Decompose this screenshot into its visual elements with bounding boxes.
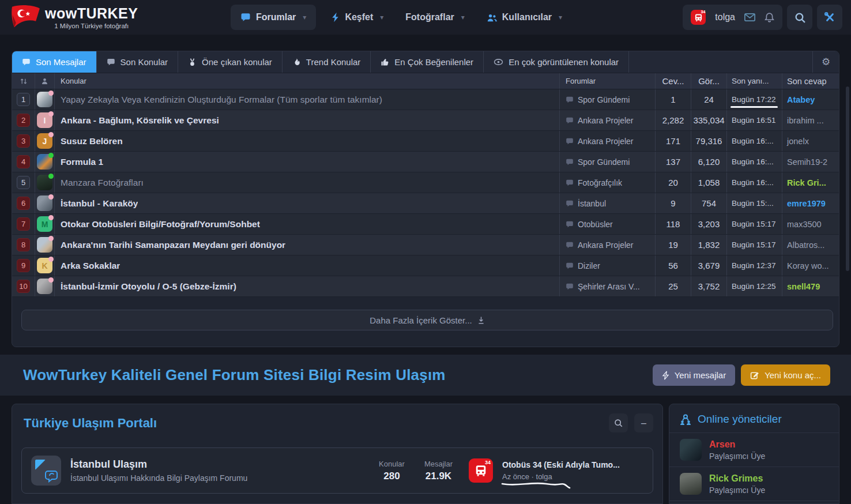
- new-messages-button[interactable]: Yeni mesajlar: [653, 364, 736, 386]
- tools-button[interactable]: [817, 5, 842, 30]
- table-row[interactable]: 10 İstanbul-İzmir Otoyolu / O-5 (Gebze-İ…: [12, 276, 839, 297]
- admin-avatar[interactable]: [680, 473, 702, 495]
- forum-link[interactable]: İstanbul: [578, 199, 606, 208]
- last-reply-user[interactable]: Semih19-2: [787, 157, 827, 167]
- last-reply-user[interactable]: max3500: [787, 220, 822, 229]
- portal-collapse-button[interactable]: –: [634, 413, 653, 432]
- table-row[interactable]: 2 I Ankara - Bağlum, Kösrelik ve Çevresi…: [12, 110, 839, 131]
- topic-title[interactable]: Susuz Belören: [61, 136, 123, 146]
- nav-fotograflar[interactable]: Fotoğraflar ▾: [398, 5, 471, 30]
- admin-avatar[interactable]: [680, 439, 702, 461]
- topic-title[interactable]: Arka Sokaklar: [61, 261, 120, 271]
- medal-icon: [188, 58, 197, 67]
- tab-son-mesajlar[interactable]: Son Mesajlar: [12, 51, 97, 73]
- last-reply-user[interactable]: Rick Gri...: [787, 178, 826, 187]
- site-logo[interactable]: wowTURKEY 1 Milyon Türkiye fotoğrafı: [8, 4, 138, 31]
- admin-name[interactable]: Rick Grimes: [709, 473, 765, 484]
- header-son-yanit[interactable]: Son yanı...: [727, 73, 782, 89]
- site-headline: WowTurkey Kaliteli Genel Forum Sitesi Bi…: [23, 366, 446, 384]
- mail-icon[interactable]: [744, 13, 755, 22]
- table-row[interactable]: 1 Yapay Zekayla Veya Kendinizin Oluşturd…: [12, 89, 839, 110]
- settings-gear-icon[interactable]: ⚙: [812, 51, 839, 73]
- forum-link[interactable]: Diziler: [578, 261, 600, 270]
- load-more-button[interactable]: Daha Fazla İçerik Göster...: [21, 310, 833, 330]
- latest-content-panel: Son Mesajlar Son Konular Öne çıkan konul…: [12, 51, 839, 347]
- nav-kullanicilar[interactable]: Kullanıcılar ▾: [480, 5, 569, 30]
- forum-link[interactable]: Ankara Projeler: [578, 116, 634, 125]
- last-topic-meta[interactable]: Az önce · tolga: [502, 472, 643, 481]
- tab-one-cikan[interactable]: Öne çıkan konular: [178, 51, 283, 73]
- header-konular[interactable]: Konular: [55, 73, 560, 89]
- tab-label: Öne çıkan konular: [202, 57, 272, 67]
- last-reply-user[interactable]: emre1979: [787, 199, 826, 208]
- chevron-down-icon: ▾: [461, 13, 465, 21]
- header-son-cevap[interactable]: Son cevap: [782, 73, 839, 89]
- sort-column-header[interactable]: [12, 73, 35, 89]
- header-cevap[interactable]: Cev...: [656, 73, 691, 89]
- forum-link[interactable]: Spor Gündemi: [578, 95, 630, 104]
- stat-label: Mesajlar: [424, 460, 453, 468]
- topic-title[interactable]: Formula 1: [61, 157, 103, 167]
- forum-link[interactable]: Şehirler Arası V...: [578, 282, 640, 291]
- admin-row[interactable]: Rick Grimes Paylaşımcı Üye: [669, 467, 839, 501]
- forum-link[interactable]: Ankara Projeler: [578, 240, 634, 250]
- turkish-flag-icon: [8, 4, 42, 31]
- nav-kesfet[interactable]: Keşfet ▾: [324, 5, 390, 30]
- topic-title[interactable]: Ankara'nın Tarihi Samanpazarı Meydanı ge…: [61, 240, 285, 250]
- forum-tile-icon[interactable]: [31, 456, 61, 486]
- view-count: 1,832: [691, 235, 727, 255]
- table-row[interactable]: 6 İstanbul - Karaköy İstanbul 9 754 Bugü…: [12, 193, 839, 214]
- table-row[interactable]: 5 Manzara Fotoğrafları Fotoğrafçılık 20 …: [12, 172, 839, 193]
- hero-band: WowTurkey Kaliteli Genel Forum Sitesi Bi…: [0, 355, 851, 396]
- messages-stat: Mesajlar 21.9K: [424, 460, 453, 482]
- main-nav: Forumlar ▾ Keşfet ▾ Fotoğraflar ▾ Kullan…: [231, 5, 569, 30]
- page: wowTURKEY 1 Milyon Türkiye fotoğrafı For…: [0, 0, 851, 504]
- username[interactable]: tolga: [715, 12, 735, 22]
- forum-link[interactable]: Otobüsler: [578, 220, 613, 229]
- tab-goruntulenen[interactable]: En çok görüntülenen konular: [484, 51, 629, 73]
- last-reply-user[interactable]: snell479: [787, 282, 820, 291]
- last-reply-user[interactable]: jonelx: [787, 137, 809, 146]
- forum-link[interactable]: Spor Gündemi: [578, 157, 630, 167]
- table-row[interactable]: 7 M Otokar Otobüsleri Bilgi/Fotoğraf/Yor…: [12, 214, 839, 235]
- topic-title[interactable]: Otokar Otobüsleri Bilgi/Fotoğraf/Yorum/S…: [61, 219, 260, 230]
- forum-name[interactable]: İstanbul Ulaşım: [70, 458, 247, 471]
- topic-title[interactable]: İstanbul - Karaköy: [61, 198, 138, 209]
- presence-dot: [48, 277, 54, 283]
- table-row[interactable]: 8 Ankara'nın Tarihi Samanpazarı Meydanı …: [12, 235, 839, 255]
- user-chip[interactable]: 34 tolga: [683, 5, 782, 30]
- last-reply-user[interactable]: ibrahim ...: [787, 116, 824, 125]
- forum-card[interactable]: İstanbul Ulaşım İstanbul Ulaşımı Hakkınd…: [21, 447, 653, 494]
- new-topic-button[interactable]: Yeni konu aç...: [741, 364, 830, 386]
- forum-link[interactable]: Fotoğrafçılık: [578, 178, 622, 187]
- tab-son-konular[interactable]: Son Konular: [97, 51, 179, 73]
- forum-link[interactable]: Ankara Projeler: [578, 137, 634, 146]
- tab-trend[interactable]: Trend Konular: [283, 51, 371, 73]
- view-count: 754: [691, 193, 727, 213]
- scrollbar[interactable]: [846, 86, 849, 271]
- last-poster-avatar[interactable]: 34: [469, 458, 493, 483]
- last-reply-user[interactable]: Albatros...: [787, 240, 824, 250]
- tab-begenilenler[interactable]: En Çok Beğenilenler: [371, 51, 484, 73]
- table-row[interactable]: 4 Formula 1 Spor Gündemi 137 6,120 Bugün…: [12, 152, 839, 172]
- topic-title[interactable]: Manzara Fotoğrafları: [61, 178, 144, 188]
- header-goruntuleme[interactable]: Gör...: [691, 73, 727, 89]
- table-row[interactable]: 3 J Susuz Belören Ankara Projeler 171 79…: [12, 131, 839, 152]
- bolt-icon: [331, 12, 340, 22]
- nav-forumlar[interactable]: Forumlar ▾: [231, 5, 316, 30]
- last-reply-user[interactable]: Koray wo...: [787, 261, 829, 270]
- topic-title[interactable]: Yapay Zekayla Veya Kendinizin Oluşturduğ…: [61, 95, 382, 105]
- user-avatar[interactable]: 34: [691, 10, 706, 25]
- topic-title[interactable]: İstanbul-İzmir Otoyolu / O-5 (Gebze-İzmi…: [61, 281, 236, 292]
- last-reply-user[interactable]: Atabey: [787, 95, 815, 104]
- portal-search-button[interactable]: [609, 413, 628, 432]
- topic-title[interactable]: Ankara - Bağlum, Kösrelik ve Çevresi: [61, 115, 219, 126]
- bell-icon[interactable]: [765, 12, 774, 22]
- table-row[interactable]: 9 K Arka Sokaklar Diziler 56 3,679 Bugün…: [12, 255, 839, 276]
- admin-row[interactable]: Arsen Paylaşımcı Üye: [669, 433, 839, 467]
- row-number: 7: [17, 217, 30, 231]
- admin-name[interactable]: Arsen: [709, 439, 765, 450]
- last-topic-title[interactable]: Otobüs 34 (Eski Adıyla Tumo...: [502, 460, 643, 469]
- search-button[interactable]: [787, 5, 812, 30]
- header-forumlar[interactable]: Forumlar: [560, 73, 656, 89]
